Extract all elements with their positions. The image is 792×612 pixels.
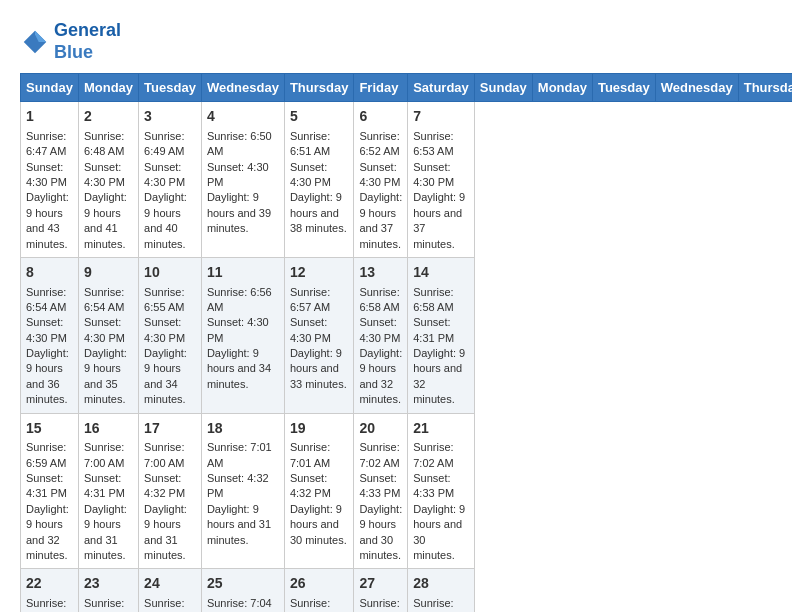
calendar-week-row: 1Sunrise: 6:47 AMSunset: 4:30 PMDaylight… <box>21 102 793 258</box>
day-number: 7 <box>413 107 469 127</box>
daylight-label: Daylight: 9 hours and 31 minutes. <box>144 503 187 561</box>
day-number: 2 <box>84 107 133 127</box>
calendar-header-row: SundayMondayTuesdayWednesdayThursdayFrid… <box>21 74 793 102</box>
day-number: 3 <box>144 107 196 127</box>
day-number: 14 <box>413 263 469 283</box>
day-number: 23 <box>84 574 133 594</box>
daylight-label: Daylight: 9 hours and 43 minutes. <box>26 191 69 249</box>
sunrise-label: Sunrise: 7:03 AM <box>84 597 124 612</box>
sunrise-label: Sunrise: 6:58 AM <box>413 286 453 313</box>
sunset-label: Sunset: 4:30 PM <box>359 161 400 188</box>
daylight-label: Daylight: 9 hours and 30 minutes. <box>290 503 347 546</box>
sunset-label: Sunset: 4:32 PM <box>144 472 185 499</box>
day-number: 28 <box>413 574 469 594</box>
sunrise-label: Sunrise: 7:01 AM <box>290 441 330 468</box>
daylight-label: Daylight: 9 hours and 30 minutes. <box>413 503 465 561</box>
daylight-label: Daylight: 9 hours and 38 minutes. <box>290 191 347 234</box>
sunset-label: Sunset: 4:30 PM <box>359 316 400 343</box>
sunset-label: Sunset: 4:30 PM <box>84 316 125 343</box>
sunset-label: Sunset: 4:30 PM <box>144 316 185 343</box>
col-header-sunday: Sunday <box>474 74 532 102</box>
sunrise-label: Sunrise: 7:04 AM <box>144 597 184 612</box>
col-header-thursday: Thursday <box>738 74 792 102</box>
calendar-cell: 2Sunrise: 6:48 AMSunset: 4:30 PMDaylight… <box>78 102 138 258</box>
sunrise-label: Sunrise: 6:54 AM <box>84 286 124 313</box>
daylight-label: Daylight: 9 hours and 41 minutes. <box>84 191 127 249</box>
calendar-table: SundayMondayTuesdayWednesdayThursdayFrid… <box>20 73 792 612</box>
sunrise-label: Sunrise: 7:00 AM <box>144 441 184 468</box>
calendar-cell: 10Sunrise: 6:55 AMSunset: 4:30 PMDayligh… <box>139 257 202 413</box>
col-header-monday: Monday <box>532 74 592 102</box>
calendar-cell: 6Sunrise: 6:52 AMSunset: 4:30 PMDaylight… <box>354 102 408 258</box>
sunset-label: Sunset: 4:30 PM <box>413 161 454 188</box>
daylight-label: Daylight: 9 hours and 32 minutes. <box>413 347 465 405</box>
day-number: 15 <box>26 419 73 439</box>
daylight-label: Daylight: 9 hours and 32 minutes. <box>26 503 69 561</box>
sunset-label: Sunset: 4:30 PM <box>144 161 185 188</box>
sunrise-label: Sunrise: 7:05 AM <box>413 597 453 612</box>
sunset-label: Sunset: 4:32 PM <box>207 472 269 499</box>
sunset-label: Sunset: 4:33 PM <box>413 472 454 499</box>
calendar-cell: 1Sunrise: 6:47 AMSunset: 4:30 PMDaylight… <box>21 102 79 258</box>
daylight-label: Daylight: 9 hours and 33 minutes. <box>290 347 347 390</box>
col-header-monday: Monday <box>78 74 138 102</box>
day-number: 10 <box>144 263 196 283</box>
day-number: 18 <box>207 419 279 439</box>
calendar-cell: 26Sunrise: 7:05 AMSunset: 4:36 PMDayligh… <box>284 569 354 612</box>
day-number: 26 <box>290 574 349 594</box>
day-number: 16 <box>84 419 133 439</box>
daylight-label: Daylight: 9 hours and 32 minutes. <box>359 347 402 405</box>
day-number: 13 <box>359 263 402 283</box>
daylight-label: Daylight: 9 hours and 34 minutes. <box>144 347 187 405</box>
daylight-label: Daylight: 9 hours and 36 minutes. <box>26 347 69 405</box>
sunrise-label: Sunrise: 7:04 AM <box>207 597 272 612</box>
sunrise-label: Sunrise: 6:49 AM <box>144 130 184 157</box>
daylight-label: Daylight: 9 hours and 30 minutes. <box>359 503 402 561</box>
sunset-label: Sunset: 4:30 PM <box>290 316 331 343</box>
col-header-tuesday: Tuesday <box>592 74 655 102</box>
daylight-label: Daylight: 9 hours and 40 minutes. <box>144 191 187 249</box>
day-number: 21 <box>413 419 469 439</box>
sunrise-label: Sunrise: 6:57 AM <box>290 286 330 313</box>
daylight-label: Daylight: 9 hours and 35 minutes. <box>84 347 127 405</box>
daylight-label: Daylight: 9 hours and 37 minutes. <box>413 191 465 249</box>
logo-icon <box>20 27 50 57</box>
sunrise-label: Sunrise: 6:59 AM <box>26 441 66 468</box>
calendar-cell: 7Sunrise: 6:53 AMSunset: 4:30 PMDaylight… <box>408 102 475 258</box>
col-header-thursday: Thursday <box>284 74 354 102</box>
calendar-cell: 15Sunrise: 6:59 AMSunset: 4:31 PMDayligh… <box>21 413 79 569</box>
day-number: 27 <box>359 574 402 594</box>
sunset-label: Sunset: 4:32 PM <box>290 472 331 499</box>
sunrise-label: Sunrise: 7:00 AM <box>84 441 124 468</box>
sunrise-label: Sunrise: 6:51 AM <box>290 130 330 157</box>
day-number: 9 <box>84 263 133 283</box>
calendar-week-row: 8Sunrise: 6:54 AMSunset: 4:30 PMDaylight… <box>21 257 793 413</box>
calendar-cell: 23Sunrise: 7:03 AMSunset: 4:34 PMDayligh… <box>78 569 138 612</box>
sunset-label: Sunset: 4:31 PM <box>84 472 125 499</box>
day-number: 25 <box>207 574 279 594</box>
calendar-cell: 19Sunrise: 7:01 AMSunset: 4:32 PMDayligh… <box>284 413 354 569</box>
calendar-cell: 27Sunrise: 7:05 AMSunset: 4:37 PMDayligh… <box>354 569 408 612</box>
calendar-week-row: 15Sunrise: 6:59 AMSunset: 4:31 PMDayligh… <box>21 413 793 569</box>
sunset-label: Sunset: 4:33 PM <box>359 472 400 499</box>
sunrise-label: Sunrise: 6:50 AM <box>207 130 272 157</box>
calendar-cell: 11Sunrise: 6:56 AMSunset: 4:30 PMDayligh… <box>201 257 284 413</box>
day-number: 5 <box>290 107 349 127</box>
day-number: 17 <box>144 419 196 439</box>
sunset-label: Sunset: 4:31 PM <box>413 316 454 343</box>
day-number: 12 <box>290 263 349 283</box>
sunrise-label: Sunrise: 7:02 AM <box>413 441 453 468</box>
sunrise-label: Sunrise: 7:05 AM <box>359 597 399 612</box>
page-header: General Blue <box>20 20 772 63</box>
sunset-label: Sunset: 4:30 PM <box>207 161 269 188</box>
sunrise-label: Sunrise: 7:01 AM <box>207 441 272 468</box>
calendar-cell: 5Sunrise: 6:51 AMSunset: 4:30 PMDaylight… <box>284 102 354 258</box>
day-number: 24 <box>144 574 196 594</box>
calendar-cell: 3Sunrise: 6:49 AMSunset: 4:30 PMDaylight… <box>139 102 202 258</box>
daylight-label: Daylight: 9 hours and 31 minutes. <box>207 503 271 546</box>
calendar-cell: 28Sunrise: 7:05 AMSunset: 4:37 PMDayligh… <box>408 569 475 612</box>
col-header-tuesday: Tuesday <box>139 74 202 102</box>
calendar-cell: 14Sunrise: 6:58 AMSunset: 4:31 PMDayligh… <box>408 257 475 413</box>
sunrise-label: Sunrise: 6:55 AM <box>144 286 184 313</box>
col-header-wednesday: Wednesday <box>201 74 284 102</box>
